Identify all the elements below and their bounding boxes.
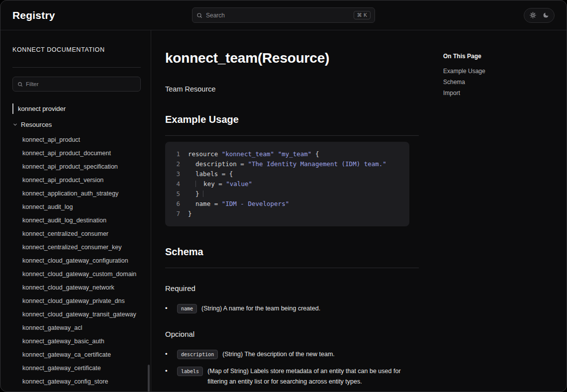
page-title: konnect_team(Resource): [165, 50, 419, 66]
example-usage-heading: Example Usage: [165, 114, 419, 136]
required-heading: Required: [165, 284, 419, 293]
code-line: 6 name = "IDM - Developers": [173, 199, 401, 209]
line-number: 7: [173, 209, 180, 219]
resource-item[interactable]: konnect_cloud_gateway_configuration: [22, 254, 141, 268]
attribute-description: (String) A name for the team being creat…: [201, 303, 320, 314]
toc-link[interactable]: Example Usage: [443, 66, 555, 77]
code-line: 5 }: [173, 189, 401, 199]
filter-search-icon: [17, 82, 23, 87]
resource-item[interactable]: konnect_api_product_version: [22, 174, 141, 187]
code-content: key = "value": [188, 179, 252, 189]
resource-item[interactable]: konnect_centralized_consumer_key: [22, 241, 141, 254]
resource-item[interactable]: konnect_gateway_ca_certificate: [22, 348, 141, 362]
main-content: konnect_team(Resource) Team Resource Exa…: [151, 30, 419, 392]
line-number: 3: [173, 169, 180, 179]
code-line: 1resource "konnect_team" "my_team" {: [173, 149, 401, 159]
resources-label: Resources: [21, 121, 52, 128]
toc-link[interactable]: Schema: [443, 77, 555, 88]
sidebar-filter[interactable]: [12, 77, 141, 92]
code-line: 3 labels = {: [173, 169, 401, 179]
theme-toggle: [524, 8, 555, 23]
global-search[interactable]: ⌘ K: [192, 7, 375, 23]
sidebar-scrollbar-thumb[interactable]: [148, 365, 150, 392]
line-number: 2: [173, 159, 180, 169]
light-theme-icon[interactable]: [527, 10, 538, 21]
optional-list: description(String) The description of t…: [165, 349, 419, 387]
filter-input[interactable]: [26, 81, 136, 87]
code-line: 2 description = "The Identity Management…: [173, 159, 401, 169]
resource-item[interactable]: konnect_gateway_config_store: [22, 375, 141, 389]
resource-item[interactable]: konnect_gateway_certificate: [22, 362, 141, 375]
brand-title: Registry: [12, 9, 55, 21]
attribute-badge: description: [177, 350, 218, 359]
resource-item[interactable]: konnect_gateway_basic_auth: [22, 335, 141, 348]
optional-heading: Opcional: [165, 330, 419, 338]
code-content: description = "The Identity Management (…: [188, 159, 386, 169]
resource-item[interactable]: konnect_gateway_consumer: [22, 389, 141, 392]
code-lines: 1resource "konnect_team" "my_team" {2 de…: [173, 149, 401, 219]
schema-heading: Schema: [165, 246, 419, 268]
search-input[interactable]: [206, 12, 354, 19]
top-bar: Registry ⌘ K: [0, 0, 567, 30]
code-block: 1resource "konnect_team" "my_team" {2 de…: [165, 142, 409, 226]
required-list: name(String) A name for the team being c…: [165, 303, 419, 314]
code-content: labels = {: [188, 169, 233, 179]
page-subtitle: Team Resource: [165, 85, 419, 93]
toc-heading: On This Page: [443, 53, 555, 60]
resource-item[interactable]: konnect_api_product_specification: [22, 160, 141, 174]
sidebar-divider: [12, 67, 141, 68]
dark-theme-icon[interactable]: [540, 10, 551, 21]
resource-item[interactable]: konnect_cloud_gateway_network: [22, 281, 141, 294]
search-shortcut-badge: ⌘ K: [354, 11, 371, 19]
line-number: 1: [173, 149, 180, 159]
line-number: 4: [173, 179, 180, 189]
toc-link[interactable]: Import: [443, 88, 555, 98]
attribute-item: labels(Map of String) Labels store metad…: [165, 366, 419, 387]
resource-list: konnect_api_productkonnect_api_product_d…: [12, 133, 141, 392]
on-this-page: On This Page Example UsageSchemaImport: [443, 30, 567, 392]
attribute-item: name(String) A name for the team being c…: [165, 303, 419, 314]
resource-item[interactable]: konnect_api_product_document: [22, 147, 141, 160]
line-number: 6: [173, 199, 180, 209]
resource-item[interactable]: konnect_cloud_gateway_custom_domain: [22, 268, 141, 281]
code-line: 7}: [173, 209, 401, 219]
attribute-item: description(String) The description of t…: [165, 349, 419, 360]
code-content: }: [188, 209, 192, 219]
attribute-description: (String) The description of the new team…: [222, 349, 335, 360]
code-content: name = "IDM - Developers": [188, 199, 289, 209]
sidebar: KONNECT DOCUMENTATION konnect provider R…: [0, 30, 151, 392]
resource-item[interactable]: konnect_api_product: [22, 133, 141, 147]
attribute-description: (Map of String) Labels store metadata of…: [207, 366, 419, 387]
app-window: Registry ⌘ K: [0, 0, 567, 392]
code-content: resource "konnect_team" "my_team" {: [188, 149, 319, 159]
resource-item[interactable]: konnect_cloud_gateway_private_dns: [22, 294, 141, 308]
search-icon: [196, 12, 202, 18]
attribute-badge: labels: [177, 367, 203, 376]
code-content: }: [188, 189, 203, 199]
sidebar-heading: KONNECT DOCUMENTATION: [12, 46, 141, 53]
page-body: KONNECT DOCUMENTATION konnect provider R…: [0, 30, 567, 392]
resource-item[interactable]: konnect_gateway_acl: [22, 321, 141, 335]
code-line: 4 key = "value": [173, 179, 401, 189]
resource-item[interactable]: konnect_audit_log_destination: [22, 214, 141, 227]
resource-item[interactable]: konnect_audit_log: [22, 200, 141, 214]
resource-item[interactable]: konnect_application_auth_strategy: [22, 187, 141, 200]
chevron-down-icon: [12, 122, 18, 127]
toc-links: Example UsageSchemaImport: [443, 66, 555, 98]
resources-section-toggle[interactable]: Resources: [12, 121, 141, 128]
line-number: 5: [173, 189, 180, 199]
resource-item[interactable]: konnect_cloud_gateway_transit_gateway: [22, 308, 141, 321]
sidebar-item-konnect-provider[interactable]: konnect provider: [12, 103, 141, 114]
resource-item[interactable]: konnect_centralized_consumer: [22, 227, 141, 241]
attribute-badge: name: [177, 304, 197, 313]
